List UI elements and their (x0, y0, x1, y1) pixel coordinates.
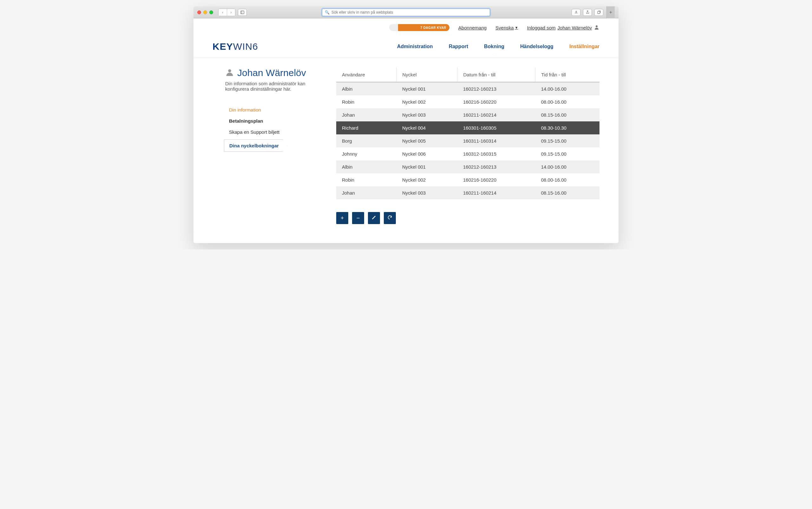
remove-button[interactable]: − (352, 212, 364, 224)
forward-button[interactable]: › (227, 9, 235, 16)
nav-item[interactable]: Händelselogg (520, 44, 554, 49)
cell-time: 14.00-16.00 (535, 82, 599, 95)
address-bar[interactable]: 🔍 (322, 8, 490, 16)
logged-in-user-name: Johan Wärnelöv (558, 25, 592, 30)
cell-key: Nyckel 006 (397, 147, 458, 160)
cell-time: 08.15-16.00 (535, 186, 599, 199)
minus-icon: − (356, 215, 360, 222)
cell-user: Richard (336, 122, 397, 134)
cell-time: 08.15-16.00 (535, 108, 599, 122)
cell-user: Albin (336, 160, 397, 173)
table-row[interactable]: AlbinNyckel 001160212-16021314.00-16.00 (336, 160, 599, 173)
nav-item[interactable]: Rapport (449, 44, 468, 49)
table-row[interactable]: RichardNyckel 004160301-16030508.30-10.3… (336, 122, 599, 134)
content-area: Johan Wärnelöv Din information som admin… (193, 58, 619, 243)
back-button[interactable]: ‹ (219, 9, 227, 16)
language-label: Svenska (495, 25, 514, 30)
cell-user: Robin (336, 95, 397, 108)
share-button[interactable] (583, 9, 592, 16)
cell-key: Nyckel 004 (397, 122, 458, 134)
table-row[interactable]: JohanNyckel 003160211-16021408.15-16.00 (336, 108, 599, 122)
tabs-button[interactable] (594, 9, 603, 16)
add-button[interactable]: + (336, 212, 348, 224)
downloads-button[interactable] (571, 9, 581, 16)
user-icon (594, 24, 599, 31)
cell-date: 160312-160315 (458, 147, 535, 160)
svg-rect-0 (241, 11, 244, 13)
edit-button[interactable] (368, 212, 380, 224)
maximize-window-button[interactable] (209, 10, 213, 14)
nav-item[interactable]: Bokning (484, 44, 504, 49)
svg-point-3 (596, 25, 598, 27)
table-row[interactable]: AlbinNyckel 001160212-16021314.00-16.00 (336, 82, 599, 95)
table-row[interactable]: RobinNyckel 002160216-16022008.00-16.00 (336, 173, 599, 186)
cell-time: 09.15-15.00 (535, 134, 599, 147)
new-tab-button[interactable]: + (606, 6, 615, 19)
page-title-row: Johan Wärnelöv (225, 68, 320, 78)
cell-date: 160211-160214 (458, 186, 535, 199)
col-time[interactable]: Tid från - till (535, 68, 599, 82)
chevron-down-icon: ▼ (515, 26, 518, 30)
cell-user: Johan (336, 186, 397, 199)
sidebar-item[interactable]: Betalningsplan (229, 115, 320, 127)
minimize-window-button[interactable] (203, 10, 207, 14)
page-content: 7 DAGAR KVAR Abonnemang Svenska ▼ Inlogg… (193, 19, 619, 243)
cell-time: 08.30-10.30 (535, 122, 599, 134)
table-row[interactable]: JohanNyckel 003160211-16021408.15-16.00 (336, 186, 599, 199)
cell-date: 160216-160220 (458, 173, 535, 186)
col-key[interactable]: Nyckel (397, 68, 458, 82)
top-strip: 7 DAGAR KVAR Abonnemang Svenska ▼ Inlogg… (193, 19, 619, 35)
cell-key: Nyckel 003 (397, 186, 458, 199)
plus-icon: + (341, 215, 344, 222)
cell-key: Nyckel 005 (397, 134, 458, 147)
traffic-lights (197, 10, 213, 14)
logo-light: WIN6 (233, 41, 258, 52)
cell-date: 160216-160220 (458, 95, 535, 108)
cell-date: 160212-160213 (458, 160, 535, 173)
nav-back-forward-group: ‹ › (218, 8, 236, 16)
nav-item[interactable]: Administration (397, 44, 433, 49)
nav-item[interactable]: Inställningar (569, 44, 599, 49)
address-input[interactable] (332, 10, 487, 14)
user-icon (225, 68, 234, 78)
col-date[interactable]: Datum från - till (458, 68, 535, 82)
table-row[interactable]: BorgNyckel 005160311-16031409.15-15.00 (336, 134, 599, 147)
search-icon: 🔍 (325, 10, 330, 14)
table-row[interactable]: JohnnyNyckel 006160312-16031509.15-15.00 (336, 147, 599, 160)
cell-date: 160311-160314 (458, 134, 535, 147)
right-column: Användare Nyckel Datum från - till Tid f… (336, 68, 599, 224)
cell-user: Johan (336, 108, 397, 122)
page-title: Johan Wärnelöv (237, 68, 306, 78)
cell-date: 160301-160305 (458, 122, 535, 134)
sidebar-item[interactable]: Skapa en Support biljett (229, 127, 320, 138)
browser-title-bar: ‹ › 🔍 + (193, 6, 619, 19)
logged-in-prefix: Inloggad som (527, 25, 556, 30)
language-picker[interactable]: Svenska ▼ (495, 25, 518, 30)
side-menu: Din informationBetalningsplanSkapa en Su… (225, 104, 320, 152)
cell-user: Johnny (336, 147, 397, 160)
sidebar-toggle-button[interactable] (238, 9, 247, 16)
main-nav: AdministrationRapportBokningHändelselogg… (397, 44, 599, 49)
cell-time: 09.15-15.00 (535, 147, 599, 160)
pencil-icon (371, 215, 376, 222)
browser-window: ‹ › 🔍 + 7 DAGA (193, 6, 619, 243)
left-column: Johan Wärnelöv Din information som admin… (225, 68, 320, 224)
cell-time: 14.00-16.00 (535, 160, 599, 173)
sidebar-item[interactable]: Dina nyckelbokningar (224, 139, 287, 152)
col-user[interactable]: Användare (336, 68, 397, 82)
sidebar-item[interactable]: Din information (229, 104, 320, 115)
bookings-table: Användare Nyckel Datum från - till Tid f… (336, 68, 599, 199)
logged-in-user-link[interactable]: Inloggad som Johan Wärnelöv (527, 24, 599, 31)
cell-user: Robin (336, 173, 397, 186)
logo-bold: KEY (213, 41, 233, 52)
cell-key: Nyckel 002 (397, 95, 458, 108)
refresh-button[interactable] (384, 212, 396, 224)
days-left-pill: 7 DAGAR KVAR (389, 24, 449, 31)
close-window-button[interactable] (197, 10, 201, 14)
cell-date: 160211-160214 (458, 108, 535, 122)
svg-rect-2 (598, 11, 600, 13)
refresh-icon (387, 215, 393, 222)
subscription-link[interactable]: Abonnemang (458, 25, 487, 30)
table-row[interactable]: RobinNyckel 002160216-16022008.00-16.00 (336, 95, 599, 108)
svg-point-4 (228, 69, 231, 72)
